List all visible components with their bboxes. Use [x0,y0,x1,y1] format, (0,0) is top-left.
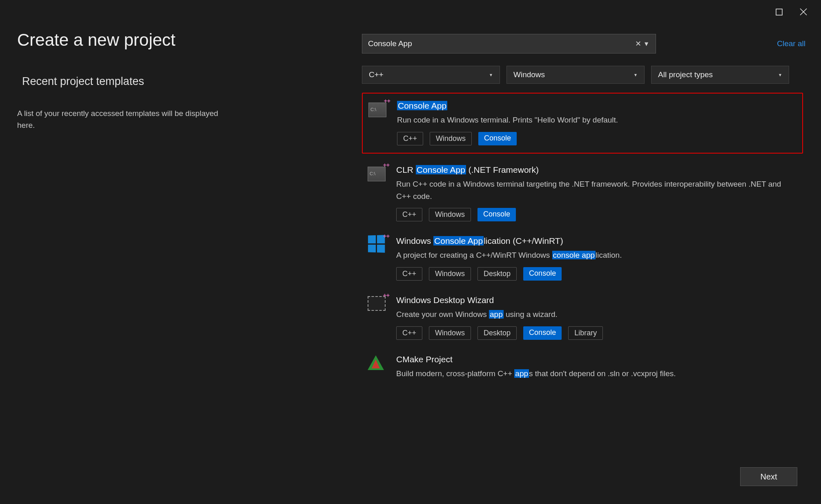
svg-rect-0 [776,9,782,15]
template-tags: C++WindowsConsole [397,132,796,145]
search-input[interactable] [368,39,634,48]
template-tag: Windows [429,326,471,340]
template-description: A project for creating a C++/WinRT Windo… [396,249,797,261]
template-tag: Windows [429,267,471,281]
template-title: CLR Console App (.NET Framework) [396,164,797,176]
template-tag: Windows [430,132,472,145]
template-tag: C++ [396,267,422,281]
template-description: Run C++ code in a Windows terminal targe… [396,178,797,202]
highlight: Console App [433,236,484,245]
template-tag: Desktop [477,326,517,340]
recent-templates-description: A list of your recently accessed templat… [17,108,230,131]
highlight: Console App [416,165,466,174]
highlight: Console App [397,101,447,110]
template-tag: Console [523,326,562,340]
template-winrt-console-app[interactable]: ++Windows Console Application (C++/WinRT… [362,229,803,288]
page-title: Create a new project [17,30,176,50]
template-description: Build modern, cross-platform C++ apps th… [396,368,797,379]
search-dropdown-icon[interactable]: ▾ [643,39,650,48]
highlight: app [514,369,529,378]
filter-language[interactable]: C++ ▼ [362,66,500,84]
template-tag: Windows [429,208,471,221]
template-tags: C++WindowsDesktopConsole [396,267,797,281]
recent-templates-heading: Recent project templates [22,75,144,88]
chevron-down-icon: ▼ [634,73,638,77]
filter-project-type[interactable]: All project types ▼ [651,66,789,84]
template-tag: Console [478,132,517,145]
template-description: Create your own Windows app using a wiza… [396,308,797,320]
template-title: Console App [397,100,796,112]
template-console-app[interactable]: ++Console AppRun code in a Windows termi… [362,93,803,154]
fade-overlay [362,431,803,447]
template-title: Windows Console Application (C++/WinRT) [396,235,797,247]
clear-search-icon[interactable]: ✕ [634,39,643,48]
template-tags: C++WindowsConsole [396,208,797,221]
console-icon: ++ [368,164,387,184]
template-title: Windows Desktop Wizard [396,294,797,306]
template-tag: C++ [396,208,422,221]
chevron-down-icon: ▼ [489,73,493,77]
template-tag: Desktop [477,267,517,281]
template-tag: Library [568,326,603,340]
highlight: app [489,310,504,319]
chevron-down-icon: ▼ [778,73,782,77]
next-button[interactable]: Next [740,467,797,486]
windows-icon: ++ [368,235,387,255]
filter-language-value: C++ [369,70,384,79]
filter-platform[interactable]: Windows ▼ [506,66,645,84]
template-clr-console-app[interactable]: ++CLR Console App (.NET Framework)Run C+… [362,158,803,229]
filter-project-type-value: All project types [658,70,713,79]
filter-platform-value: Windows [513,70,545,79]
template-cmake-project[interactable]: CMake ProjectBuild modern, cross-platfor… [362,347,803,393]
wizard-icon: ++ [368,294,387,314]
template-results: ++Console AppRun code in a Windows termi… [362,93,803,392]
clear-all-link[interactable]: Clear all [777,39,805,48]
console-icon: ++ [368,100,388,120]
cmake-icon [368,354,387,373]
window-controls [773,0,821,18]
template-tags: C++WindowsDesktopConsoleLibrary [396,326,797,340]
template-tag: C++ [397,132,423,145]
template-tag: C++ [396,326,422,340]
maximize-button[interactable] [773,6,785,18]
template-windows-desktop-wizard[interactable]: ++Windows Desktop WizardCreate your own … [362,288,803,347]
template-tag: Console [523,267,562,281]
highlight: console app [552,251,596,259]
template-tag: Console [477,208,516,221]
close-button[interactable] [797,6,810,18]
search-box[interactable]: ✕ ▾ [362,34,656,54]
template-description: Run code in a Windows terminal. Prints "… [397,114,796,126]
template-title: CMake Project [396,354,797,365]
